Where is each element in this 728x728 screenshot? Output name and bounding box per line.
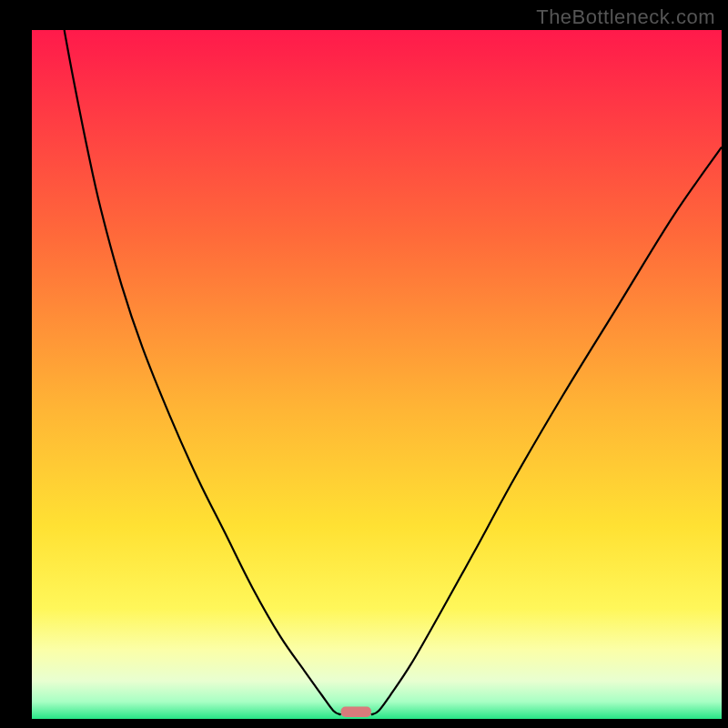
chart-frame: TheBottleneck.com xyxy=(0,0,728,728)
min-region-marker xyxy=(341,706,371,717)
plot-background xyxy=(32,30,722,719)
bottleneck-chart xyxy=(0,0,728,728)
